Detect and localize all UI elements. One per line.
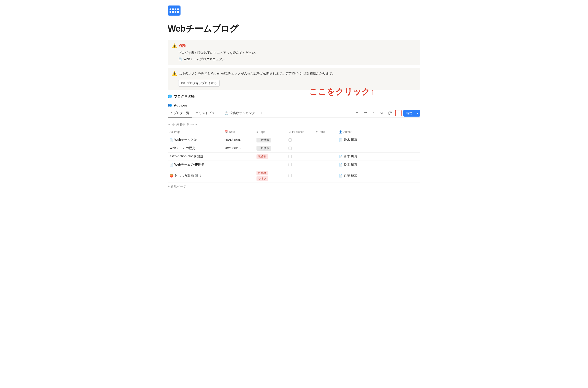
new-button-arrow[interactable]: ▾ xyxy=(415,110,420,116)
group-more-button[interactable]: ••• xyxy=(191,123,194,126)
cell-tags-4 xyxy=(255,161,287,169)
cell-published-2[interactable] xyxy=(287,144,314,152)
sort-button[interactable] xyxy=(362,110,369,116)
col-published-icon: ☑ xyxy=(288,130,291,134)
svg-line-4 xyxy=(382,114,383,115)
table-row[interactable]: astro-notion-blogを開設 制作物 📄 鈴木 風真 xyxy=(168,152,420,161)
col-header-rank: # Rank xyxy=(314,129,337,135)
checkbox-published-2[interactable] xyxy=(288,146,292,150)
cell-rank-1 xyxy=(314,136,337,144)
deploy-button-label: ブログをデプロイする xyxy=(187,81,217,85)
tab-list-view-icon: ≡ xyxy=(196,111,198,115)
deploy-button[interactable]: ⌨ ブログをデプロイする xyxy=(178,80,220,87)
col-header-page: Aa Page xyxy=(168,129,223,135)
date-value-1: 2024/06/04 xyxy=(224,138,240,142)
callout-deploy: ⚠️ 以下のボタンを押すとPublishedにチェックが入った記事が公開されます… xyxy=(168,68,420,90)
search-button[interactable] xyxy=(379,110,385,116)
new-button-label: 新規 xyxy=(403,110,415,117)
checkbox-published-5[interactable] xyxy=(288,174,292,177)
table-row[interactable]: Webチームの歴史 2024/06/13 一般情報 xyxy=(168,144,420,152)
cell-more-1 xyxy=(374,136,392,144)
bolt-button[interactable] xyxy=(370,110,377,116)
col-header-more: + xyxy=(374,129,392,135)
svg-point-3 xyxy=(381,112,382,114)
callout-required-link-text: Webチームブログマニュアル xyxy=(183,57,225,62)
group-header[interactable]: ▼ 未着手 5 ••• + xyxy=(168,121,420,128)
col-tags-label: Tags xyxy=(259,130,265,134)
checkbox-published-1[interactable] xyxy=(288,138,292,142)
col-header-date: 📅 Date xyxy=(223,129,255,135)
page-emoji-icon-5: 🍑 xyxy=(170,174,174,177)
tab-blog-list-icon: ≡ xyxy=(171,111,172,115)
col-rank-label: Rank xyxy=(319,130,325,134)
cell-rank-2 xyxy=(314,144,337,152)
table-row[interactable]: 📄 WebチームのHP開発 📄 鈴木 風真 xyxy=(168,161,420,169)
col-author-label: Author xyxy=(343,130,351,134)
group-add-button[interactable]: + xyxy=(196,123,197,126)
cell-author-5: 📄 近藤 桃加 xyxy=(337,169,374,183)
tab-add-button[interactable]: + xyxy=(259,109,263,117)
tag-seisaku-3: 制作物 xyxy=(257,154,268,159)
layout-button[interactable] xyxy=(387,110,393,116)
author-doc-icon-4: 📄 xyxy=(339,163,343,167)
cell-date-4 xyxy=(223,161,255,169)
cell-more-2 xyxy=(374,144,392,152)
col-header-author: 👤 Author xyxy=(337,129,374,135)
page-name-3: astro-notion-blogを開設 xyxy=(170,154,203,159)
callout-required-body: ブログを書く際は以下のマニュアルを読んでください。 xyxy=(178,50,416,55)
tag-koneta-5: 小ネタ xyxy=(257,176,268,181)
group-count: 5 xyxy=(187,123,189,126)
add-new-page-button[interactable]: + 新規ページ xyxy=(168,183,420,191)
cell-published-4[interactable] xyxy=(287,161,314,169)
page-name-2: Webチームの歴史 xyxy=(170,146,196,150)
cell-page-5: 🍑 おもしろ動画 💬 1 xyxy=(168,169,223,183)
col-date-icon: 📅 xyxy=(224,130,228,134)
comment-count-5: 1 xyxy=(199,174,201,177)
checkbox-published-4[interactable] xyxy=(288,163,292,166)
col-rank-icon: # xyxy=(316,130,318,134)
author-doc-icon-5: 📄 xyxy=(339,174,343,177)
cell-page-4: 📄 WebチームのHP開発 xyxy=(168,161,223,169)
warning-icon-required: ⚠️ xyxy=(172,43,177,48)
tab-ranking[interactable]: 🕐 投稿数ランキング xyxy=(222,109,258,118)
svg-rect-5 xyxy=(389,112,390,115)
tab-blog-list[interactable]: ≡ ブログ一覧 xyxy=(168,109,192,118)
author-doc-icon-3: 📄 xyxy=(339,155,343,158)
tag-general-2: 一般情報 xyxy=(257,146,271,151)
new-button[interactable]: 新規 ▾ xyxy=(403,110,420,117)
cell-published-1[interactable] xyxy=(287,136,314,144)
tab-list-view[interactable]: ≡ リストビュー xyxy=(193,109,221,118)
page-title: Webチームブログ xyxy=(168,23,420,35)
author-name-1: 鈴木 風真 xyxy=(344,138,357,142)
group-toggle-icon: ▼ xyxy=(168,123,171,126)
cell-published-5[interactable] xyxy=(287,169,314,183)
tab-list-view-label: リストビュー xyxy=(199,111,218,115)
app-logo xyxy=(168,5,180,16)
col-page-icon: Aa xyxy=(170,130,173,134)
cell-tags-2: 一般情報 xyxy=(255,144,287,152)
cell-published-3[interactable] xyxy=(287,152,314,161)
tab-bar: ≡ ブログ一覧 ≡ リストビュー 🕐 投稿数ランキング + xyxy=(168,109,420,118)
more-options-button[interactable]: ··· xyxy=(395,110,402,116)
authors-section: 👥 Authors xyxy=(168,103,420,107)
table-row[interactable]: 📄 Webチームとは 2024/06/04 一般情報 📄 鈴木 風真 xyxy=(168,136,420,144)
table-header: Aa Page 📅 Date ≡ Tags ☑ Published # Rank… xyxy=(168,128,420,136)
checkbox-published-3[interactable] xyxy=(288,155,292,158)
table-row[interactable]: 🍑 おもしろ動画 💬 1 制作物 小ネタ 📄 近藤 桃加 xyxy=(168,169,420,183)
col-date-label: Date xyxy=(229,130,235,134)
author-doc-icon-1: 📄 xyxy=(339,138,343,142)
col-more-icon: + xyxy=(375,130,377,134)
cell-more-3 xyxy=(374,152,392,161)
filter-button[interactable] xyxy=(354,110,360,116)
group-status-dot xyxy=(172,123,174,126)
callout-deploy-body: 以下のボタンを押すとPublishedにチェックが入った記事が公開されます。デプ… xyxy=(179,72,335,75)
page-doc-icon-1: 📄 xyxy=(170,138,173,142)
cell-tags-5: 制作物 小ネタ xyxy=(255,169,287,183)
col-header-published: ☑ Published xyxy=(287,129,314,135)
callout-required-link[interactable]: 📄 Webチームブログマニュアル xyxy=(178,57,416,62)
blog-ideas-icon: 🌐 xyxy=(168,94,172,98)
cell-rank-4 xyxy=(314,161,337,169)
page-name-4: WebチームのHP開発 xyxy=(174,163,205,167)
link-doc-icon: 📄 xyxy=(178,57,182,62)
deploy-button-icon: ⌨ xyxy=(181,81,186,85)
